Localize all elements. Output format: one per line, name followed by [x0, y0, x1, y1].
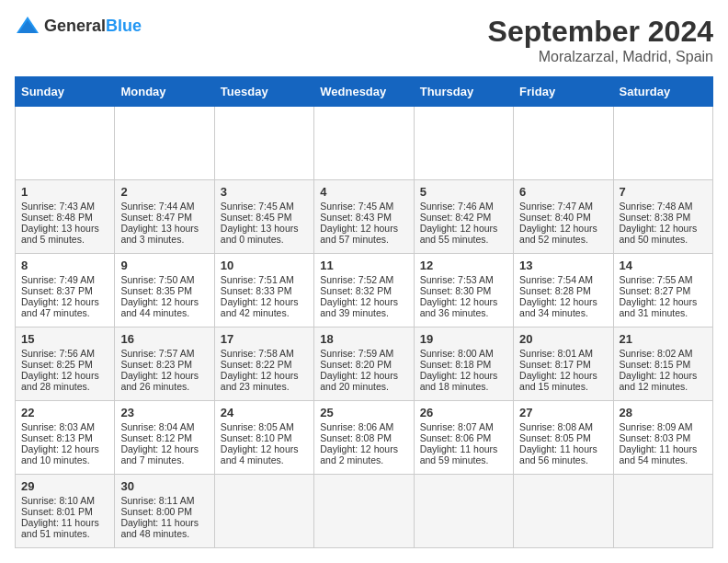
sunrise-text: Sunrise: 7:49 AM	[21, 274, 95, 285]
calendar-cell	[314, 107, 414, 180]
daylight-text: Daylight: 12 hours and 15 minutes.	[519, 370, 597, 392]
daylight-text: Daylight: 12 hours and 28 minutes.	[21, 370, 99, 392]
calendar-cell	[613, 107, 712, 180]
sunrise-text: Sunrise: 7:45 AM	[320, 201, 393, 212]
sunset-text: Sunset: 8:23 PM	[120, 359, 192, 370]
logo-general: General	[44, 17, 106, 35]
sunrise-text: Sunrise: 7:50 AM	[120, 274, 194, 285]
sunset-text: Sunset: 8:17 PM	[519, 359, 591, 370]
day-number: 26	[420, 406, 507, 419]
day-number: 28	[620, 406, 707, 419]
sunrise-text: Sunrise: 8:05 AM	[221, 421, 294, 432]
calendar-cell: 21Sunrise: 8:02 AMSunset: 8:15 PMDayligh…	[613, 327, 712, 401]
daylight-text: Daylight: 12 hours and 44 minutes.	[120, 296, 199, 318]
calendar-cell: 28Sunrise: 8:09 AMSunset: 8:03 PMDayligh…	[613, 401, 712, 475]
calendar-cell: 1Sunrise: 7:43 AMSunset: 8:48 PMDaylight…	[16, 180, 115, 254]
location-title: Moralzarzal, Madrid, Spain	[488, 49, 713, 65]
sunrise-text: Sunrise: 8:08 AM	[519, 421, 593, 432]
sunset-text: Sunset: 8:48 PM	[21, 212, 93, 223]
sunset-text: Sunset: 8:37 PM	[21, 285, 93, 296]
daylight-text: Daylight: 12 hours and 55 minutes.	[420, 223, 498, 245]
day-number: 15	[21, 332, 108, 346]
daylight-text: Daylight: 12 hours and 47 minutes.	[21, 296, 99, 318]
sunset-text: Sunset: 8:15 PM	[620, 359, 691, 370]
daylight-text: Daylight: 13 hours and 3 minutes.	[120, 223, 199, 245]
daylight-text: Daylight: 11 hours and 48 minutes.	[120, 517, 199, 539]
calendar-cell: 9Sunrise: 7:50 AMSunset: 8:35 PMDaylight…	[115, 254, 214, 327]
calendar-cell: 15Sunrise: 7:56 AMSunset: 8:25 PMDayligh…	[16, 327, 115, 401]
sunrise-text: Sunrise: 7:48 AM	[620, 201, 693, 212]
daylight-text: Daylight: 11 hours and 54 minutes.	[620, 443, 698, 465]
day-number: 5	[420, 185, 507, 199]
daylight-text: Daylight: 12 hours and 57 minutes.	[320, 223, 398, 245]
sunrise-text: Sunrise: 7:44 AM	[120, 201, 194, 212]
calendar-cell: 25Sunrise: 8:06 AMSunset: 8:08 PMDayligh…	[314, 401, 414, 475]
sunset-text: Sunset: 8:18 PM	[420, 359, 492, 370]
sunrise-text: Sunrise: 8:10 AM	[21, 495, 95, 506]
day-number: 23	[120, 406, 208, 419]
daylight-text: Daylight: 12 hours and 39 minutes.	[320, 296, 398, 318]
sunrise-text: Sunrise: 7:57 AM	[120, 348, 194, 359]
sunrise-text: Sunrise: 7:46 AM	[420, 201, 494, 212]
sunset-text: Sunset: 8:12 PM	[120, 432, 192, 443]
day-header-saturday: Saturday	[613, 77, 712, 107]
logo: GeneralBlue	[15, 15, 142, 37]
calendar-cell: 16Sunrise: 7:57 AMSunset: 8:23 PMDayligh…	[115, 327, 214, 401]
daylight-text: Daylight: 12 hours and 4 minutes.	[221, 443, 299, 465]
sunrise-text: Sunrise: 8:07 AM	[420, 421, 494, 432]
calendar-header-row: SundayMondayTuesdayWednesdayThursdayFrid…	[16, 77, 713, 107]
day-number: 21	[620, 332, 707, 346]
sunset-text: Sunset: 8:10 PM	[221, 432, 292, 443]
sunset-text: Sunset: 8:01 PM	[21, 506, 93, 517]
calendar-cell: 13Sunrise: 7:54 AMSunset: 8:28 PMDayligh…	[514, 254, 613, 327]
calendar-cell: 24Sunrise: 8:05 AMSunset: 8:10 PMDayligh…	[214, 401, 313, 475]
daylight-text: Daylight: 12 hours and 42 minutes.	[221, 296, 299, 318]
day-number: 19	[420, 332, 507, 346]
sunset-text: Sunset: 8:20 PM	[320, 359, 392, 370]
calendar-table: SundayMondayTuesdayWednesdayThursdayFrid…	[15, 76, 713, 548]
calendar-cell	[613, 475, 712, 548]
calendar-week-row: 29Sunrise: 8:10 AMSunset: 8:01 PMDayligh…	[16, 475, 713, 548]
day-number: 4	[320, 185, 407, 199]
sunrise-text: Sunrise: 8:02 AM	[620, 348, 693, 359]
sunset-text: Sunset: 8:22 PM	[221, 359, 292, 370]
calendar-cell: 6Sunrise: 7:47 AMSunset: 8:40 PMDaylight…	[514, 180, 613, 254]
daylight-text: Daylight: 11 hours and 51 minutes.	[21, 517, 99, 539]
sunrise-text: Sunrise: 7:45 AM	[221, 201, 294, 212]
day-number: 18	[320, 332, 407, 346]
day-header-friday: Friday	[514, 77, 613, 107]
sunset-text: Sunset: 8:45 PM	[221, 212, 292, 223]
daylight-text: Daylight: 13 hours and 0 minutes.	[221, 223, 299, 245]
day-number: 25	[320, 406, 407, 419]
day-number: 10	[221, 259, 308, 272]
calendar-cell: 8Sunrise: 7:49 AMSunset: 8:37 PMDaylight…	[16, 254, 115, 327]
page-header: GeneralBlue September 2024 Moralzarzal, …	[15, 15, 713, 65]
day-number: 8	[21, 259, 108, 272]
calendar-cell	[314, 475, 414, 548]
calendar-cell: 29Sunrise: 8:10 AMSunset: 8:01 PMDayligh…	[16, 475, 115, 548]
day-number: 1	[21, 185, 108, 199]
calendar-week-row: 15Sunrise: 7:56 AMSunset: 8:25 PMDayligh…	[16, 327, 713, 401]
sunset-text: Sunset: 8:03 PM	[620, 432, 691, 443]
logo-icon	[15, 15, 40, 37]
sunset-text: Sunset: 8:38 PM	[620, 212, 691, 223]
sunset-text: Sunset: 8:08 PM	[320, 432, 392, 443]
daylight-text: Daylight: 12 hours and 34 minutes.	[519, 296, 597, 318]
day-number: 27	[519, 406, 607, 419]
calendar-cell	[16, 107, 115, 180]
sunset-text: Sunset: 8:40 PM	[519, 212, 591, 223]
daylight-text: Daylight: 13 hours and 5 minutes.	[21, 223, 99, 245]
calendar-cell: 26Sunrise: 8:07 AMSunset: 8:06 PMDayligh…	[414, 401, 513, 475]
calendar-body: 1Sunrise: 7:43 AMSunset: 8:48 PMDaylight…	[16, 107, 713, 548]
daylight-text: Daylight: 12 hours and 50 minutes.	[620, 223, 698, 245]
day-number: 11	[320, 259, 407, 272]
logo-blue: Blue	[106, 17, 142, 35]
calendar-week-row: 8Sunrise: 7:49 AMSunset: 8:37 PMDaylight…	[16, 254, 713, 327]
calendar-cell: 3Sunrise: 7:45 AMSunset: 8:45 PMDaylight…	[214, 180, 313, 254]
daylight-text: Daylight: 12 hours and 10 minutes.	[21, 443, 99, 465]
sunrise-text: Sunrise: 7:55 AM	[620, 274, 693, 285]
daylight-text: Daylight: 12 hours and 52 minutes.	[519, 223, 597, 245]
daylight-text: Daylight: 12 hours and 23 minutes.	[221, 370, 299, 392]
calendar-cell: 27Sunrise: 8:08 AMSunset: 8:05 PMDayligh…	[514, 401, 613, 475]
calendar-cell: 7Sunrise: 7:48 AMSunset: 8:38 PMDaylight…	[613, 180, 712, 254]
